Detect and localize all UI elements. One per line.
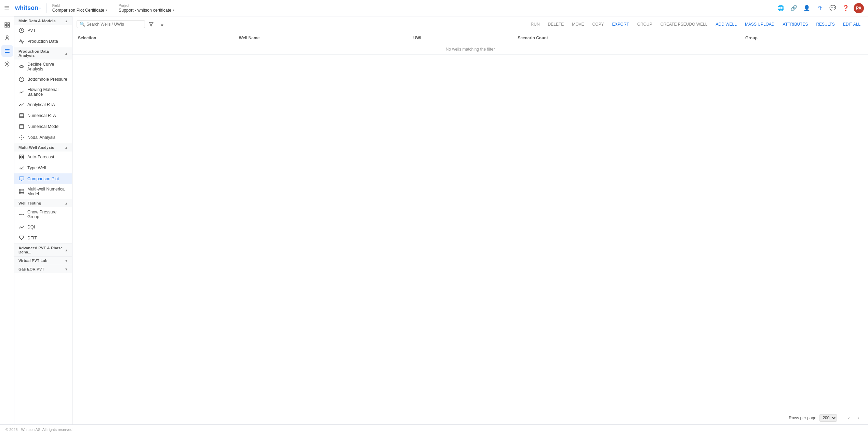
svg-rect-20: [22, 155, 24, 157]
field-value[interactable]: Comparison Plot Certificate ▾: [52, 8, 107, 13]
export-button[interactable]: EXPORT: [609, 20, 632, 28]
chat-icon-btn[interactable]: 💬: [828, 3, 838, 13]
wells-table: Selection Well Name UWI Scenario Count G…: [72, 32, 868, 55]
search-box[interactable]: 🔍: [77, 20, 145, 28]
search-icon: 🔍: [80, 22, 85, 27]
mass-upload-button[interactable]: MASS UPLOAD: [742, 20, 778, 28]
sidebar-item-comparison-plot[interactable]: Comparison Plot: [14, 173, 72, 184]
svg-rect-16: [19, 124, 24, 129]
sidebar-item-decline-curve[interactable]: Decline Curve Analysis: [14, 60, 72, 74]
svg-point-9: [21, 66, 22, 67]
numerical-rta-icon: [18, 113, 25, 119]
chevron-well-testing: ▲: [65, 201, 68, 205]
field-selector[interactable]: Field Comparison Plot Certificate ▾: [52, 4, 107, 13]
create-pseudo-well-button[interactable]: CREATE PSEUDO WELL: [657, 20, 711, 28]
section-well-testing[interactable]: Well Testing ▲: [14, 199, 72, 207]
globe-icon-btn[interactable]: 🌐: [776, 3, 786, 13]
sidebar-item-chow-pressure[interactable]: Chow Pressure Group: [14, 207, 72, 222]
sidebar-item-analytical-rta[interactable]: Analytical RTA: [14, 99, 72, 110]
sidebar-item-auto-forecast[interactable]: Auto-Forecast: [14, 152, 72, 162]
numerical-model-icon: [18, 123, 25, 130]
temp-icon-btn[interactable]: ℉: [815, 3, 825, 13]
svg-rect-2: [5, 26, 6, 27]
sidebar-item-flowing-material[interactable]: Flowing Material Balance: [14, 85, 72, 99]
prev-page-button[interactable]: ‹: [845, 414, 853, 422]
left-nav-fields[interactable]: [1, 19, 13, 31]
attributes-button[interactable]: ATTRIBUTES: [779, 20, 812, 28]
col-selection: Selection: [72, 32, 233, 44]
wells-table-container: Selection Well Name UWI Scenario Count G…: [72, 32, 868, 411]
left-nav-wells[interactable]: [1, 45, 13, 57]
project-value[interactable]: Support - whitson certificate ▾: [119, 8, 174, 13]
move-button[interactable]: MOVE: [569, 20, 587, 28]
flowing-material-icon: [18, 89, 25, 95]
sidebar-item-dfit[interactable]: DFIT: [14, 233, 72, 244]
svg-point-33: [23, 214, 24, 215]
section-production-data-analysis[interactable]: Production Data Analysis ▲: [14, 47, 72, 60]
svg-point-4: [6, 36, 8, 38]
sidebar-item-bottomhole-pressure[interactable]: Bottomhole Pressure: [14, 74, 72, 85]
left-nav-scenarios[interactable]: [1, 58, 13, 70]
decline-curve-icon: [18, 64, 25, 70]
left-nav-projects[interactable]: [1, 32, 13, 44]
sidebar-item-dqi[interactable]: DQI: [14, 222, 72, 233]
toolbar: 🔍 RUN DELETE MOVE COPY EXPORT GROUP CREA…: [72, 16, 868, 32]
analytical-rta-icon: [18, 102, 25, 108]
nav-separator-1: [46, 3, 47, 13]
svg-rect-0: [5, 23, 6, 24]
filter-btn[interactable]: [146, 19, 156, 29]
edit-all-button[interactable]: EDIT ALL: [840, 20, 864, 28]
sidebar-item-pvt[interactable]: PVT: [14, 25, 72, 36]
svg-point-18: [21, 137, 22, 138]
pvt-icon: [18, 27, 25, 34]
svg-rect-22: [22, 157, 24, 159]
section-main-data-models[interactable]: Main Data & Models ▲: [14, 16, 72, 25]
dqi-icon: [18, 224, 25, 230]
svg-rect-27: [19, 189, 24, 194]
sort-btn[interactable]: [157, 19, 167, 29]
chevron-virtual-pvt: ▼: [65, 259, 68, 263]
run-button[interactable]: RUN: [528, 20, 543, 28]
col-group: Group: [740, 32, 868, 44]
group-button[interactable]: GROUP: [634, 20, 656, 28]
project-selector[interactable]: Project Support - whitson certificate ▾: [119, 4, 174, 13]
section-gas-eor-pvt[interactable]: Gas EOR PVT ▼: [14, 265, 72, 273]
empty-state-message: No wells matching the filter: [72, 44, 868, 55]
nodal-analysis-icon: [18, 134, 25, 141]
sidebar-item-multi-well-numerical[interactable]: Multi-well Numerical Model: [14, 184, 72, 199]
sidebar-item-production-data[interactable]: Production Data: [14, 36, 72, 47]
search-input[interactable]: [86, 22, 142, 27]
section-multi-well-analysis[interactable]: Multi-Well Analysis ▲: [14, 143, 72, 152]
col-scenario-count: Scenario Count: [512, 32, 740, 44]
svg-rect-24: [19, 177, 24, 180]
chevron-gas-eor: ▼: [65, 267, 68, 271]
svg-rect-3: [8, 26, 9, 27]
delete-button[interactable]: DELETE: [545, 20, 567, 28]
sidebar-item-numerical-rta[interactable]: Numerical RTA: [14, 110, 72, 121]
project-label: Project: [119, 4, 174, 8]
hamburger-menu[interactable]: ☰: [4, 4, 10, 12]
user-icon-btn[interactable]: 👤: [802, 3, 812, 13]
avatar-btn[interactable]: PA: [854, 3, 864, 13]
next-page-button[interactable]: ›: [854, 414, 863, 422]
chevron-advanced-pvt: ▲: [65, 248, 68, 252]
svg-point-31: [19, 214, 21, 215]
help-icon-btn[interactable]: ❓: [841, 3, 851, 13]
auto-forecast-icon: [18, 154, 25, 160]
field-arrow: ▾: [106, 8, 107, 12]
section-virtual-pvt-lab[interactable]: Virtual PVT Lab ▼: [14, 256, 72, 265]
copy-button[interactable]: COPY: [589, 20, 607, 28]
dfit-icon: [18, 235, 25, 241]
pagination-range: –: [840, 416, 842, 420]
svg-point-32: [21, 214, 22, 215]
section-advanced-pvt[interactable]: Advanced PVT & Phase Beha... ▲: [14, 244, 72, 256]
sidebar-item-numerical-model[interactable]: Numerical Model: [14, 121, 72, 132]
add-well-button[interactable]: ADD WELL: [712, 20, 740, 28]
results-button[interactable]: RESULTS: [813, 20, 838, 28]
sidebar-item-nodal-analysis[interactable]: Nodal Analysis: [14, 132, 72, 143]
link-icon-btn[interactable]: 🔗: [789, 3, 799, 13]
sidebar-item-type-well[interactable]: Type Well: [14, 162, 72, 173]
chevron-main-data: ▲: [65, 19, 68, 23]
rows-per-page-select[interactable]: 200 50 100: [819, 414, 837, 422]
field-label: Field: [52, 4, 107, 8]
